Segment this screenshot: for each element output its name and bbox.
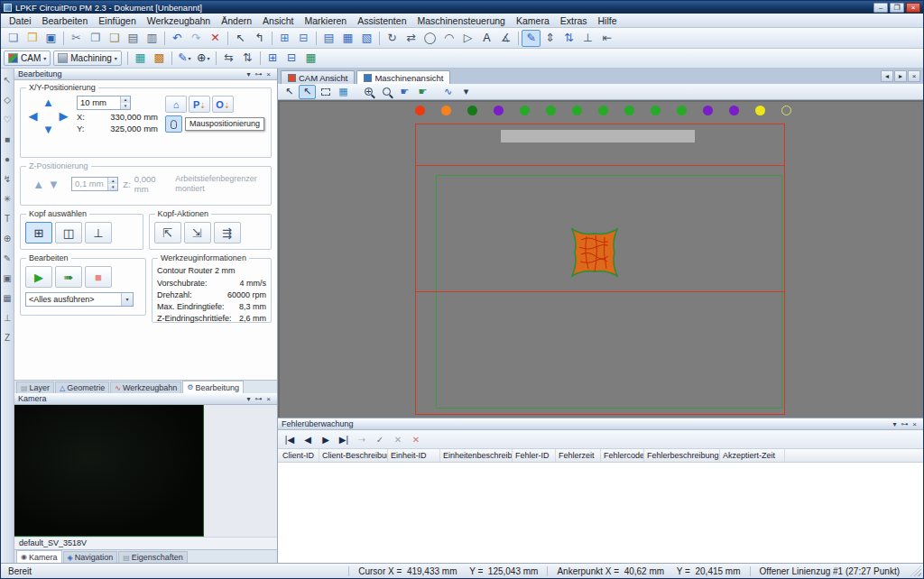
z-step-value[interactable]: 0,1 mm	[72, 178, 107, 190]
resize-grip[interactable]	[910, 565, 921, 576]
new-document-icon[interactable]: ❏	[4, 30, 23, 47]
spline-tool-icon[interactable]: ♡	[2, 114, 14, 125]
select-mode-icon[interactable]: ↖	[231, 30, 250, 47]
open-project-icon[interactable]: ❒	[23, 30, 42, 47]
last-error-button[interactable]: ▶|	[336, 432, 352, 447]
close-button[interactable]: ×	[906, 3, 920, 13]
technology-dialog-icon[interactable]: ▦	[131, 50, 150, 67]
scroll-tabs-right-button[interactable]: ▸	[894, 70, 907, 82]
zoom-in-icon[interactable]: +	[360, 85, 377, 99]
jog-right-button[interactable]: ▶	[56, 109, 71, 123]
stop-process-button[interactable]: ■	[85, 266, 112, 288]
jog-down-button[interactable]: ▼	[41, 123, 56, 136]
spline-edit-icon[interactable]: ∿	[439, 85, 457, 99]
scroll-tabs-left-button[interactable]: ◂	[881, 70, 893, 82]
move-home-button[interactable]: ⌂	[165, 96, 187, 113]
view-layers-icon[interactable]: ▦	[335, 85, 352, 99]
menu-assistenten[interactable]: Assistenten	[353, 14, 411, 27]
start-process-button[interactable]: ▶	[25, 266, 52, 288]
error-column-header[interactable]: Einheitenbeschreibung	[440, 449, 513, 462]
tab-werkzeugbahn[interactable]: ∿Werkzeugbahn	[110, 381, 181, 393]
jog-left-button[interactable]: ◀	[25, 109, 41, 123]
draw-line-icon[interactable]: ✎	[522, 30, 541, 47]
head-release-button[interactable]: ⇶	[214, 222, 241, 244]
menu-hilfe[interactable]: Hilfe	[593, 14, 621, 27]
menu-maschinensteuerung[interactable]: Maschinensteuerung	[412, 14, 509, 27]
cam-workflow-dropdown[interactable]: CAM ▾	[4, 51, 51, 66]
tab-navigation[interactable]: ◈Navigation	[63, 551, 118, 563]
pin-icon[interactable]: ⊶	[254, 70, 263, 78]
flash-tool-icon[interactable]: ↯	[2, 173, 14, 185]
delete-icon[interactable]: ✕	[206, 30, 225, 47]
menu-ansicht[interactable]: Ansicht	[258, 14, 298, 27]
rotate-icon[interactable]: ↻	[383, 30, 402, 47]
redo-icon[interactable]: ↷	[187, 30, 206, 47]
error-column-header[interactable]: Akzeptiert-Zeit	[720, 449, 785, 462]
spline-dropdown[interactable]: ▾	[457, 85, 475, 99]
tab-maschinenansicht[interactable]: Maschinenansicht	[356, 70, 450, 84]
confirm-error-button[interactable]: ✓	[372, 432, 388, 447]
xy-step-value[interactable]: 10 mm	[78, 96, 120, 109]
error-column-header[interactable]: Fehlercode	[601, 449, 644, 462]
menu-aendern[interactable]: Ändern	[217, 14, 256, 27]
print-icon[interactable]: ▤	[124, 30, 143, 47]
tab-bearbeitung[interactable]: ⚙Bearbeitung	[182, 381, 244, 393]
tab-layer[interactable]: ▤Layer	[16, 381, 54, 393]
marquee-select-icon[interactable]	[317, 85, 334, 99]
camera-view[interactable]	[14, 405, 204, 537]
head-to-position-button[interactable]: ⇲	[184, 222, 211, 244]
close-icon[interactable]: ×	[263, 70, 273, 78]
mirror-icon[interactable]: ⇄	[402, 30, 420, 47]
cut-icon[interactable]: ✂	[67, 30, 86, 47]
zoom-window-icon[interactable]	[378, 85, 395, 99]
panel-menu-icon[interactable]: ▾	[890, 420, 900, 428]
camera-panel-header[interactable]: Kamera ▾ ⊶ ×	[14, 393, 277, 405]
grid-settings-icon[interactable]: ⊞	[263, 50, 282, 67]
error-column-header[interactable]: Client-Beschreibung	[319, 449, 388, 462]
machining-workflow-dropdown[interactable]: Machining ▾	[53, 51, 122, 66]
circle-icon[interactable]: ◯	[420, 30, 439, 47]
tab-cam-ansicht[interactable]: CAM Ansicht	[281, 70, 355, 84]
import-icon[interactable]: ⊞	[275, 30, 294, 47]
rectangle-tool-icon[interactable]: ■	[2, 133, 14, 145]
export-icon[interactable]: ⊟	[294, 30, 313, 47]
zigzag-tool-icon[interactable]: Z	[2, 332, 14, 344]
align-objects-icon[interactable]: ▤	[319, 30, 338, 47]
drill-tool-icon[interactable]: ⊕	[2, 233, 14, 244]
copy-icon[interactable]: ❐	[86, 30, 105, 47]
camera-head-button[interactable]: ◫	[55, 222, 82, 244]
xy-step-spinner[interactable]: 10 mm ▴▾	[77, 96, 131, 110]
menu-markieren[interactable]: Markieren	[300, 14, 352, 27]
jog-z-down-button[interactable]: ▼	[48, 178, 60, 191]
error-column-header[interactable]: Fehlerbeschreibung	[644, 449, 720, 462]
pan-hand-icon[interactable]: ☛	[396, 85, 413, 99]
close-view-button[interactable]: ×	[908, 70, 920, 82]
measure-angle-icon[interactable]: ∡	[496, 30, 515, 47]
text-tool-icon[interactable]: T	[2, 213, 14, 225]
error-panel-header[interactable]: Fehlerüberwachung ▾ ⊶ ×	[278, 418, 923, 430]
arrange-objects-icon[interactable]: ▧	[357, 30, 376, 47]
polygon-tool-icon[interactable]: ◇	[2, 94, 14, 106]
menu-kamera[interactable]: Kamera	[512, 14, 554, 27]
footprint-tool-icon[interactable]: ▦	[2, 292, 14, 304]
menu-einfuegen[interactable]: Einfügen	[94, 14, 140, 27]
measure-y-icon[interactable]: ⇅	[238, 50, 257, 67]
panel-menu-icon[interactable]: ▾	[244, 395, 254, 403]
close-contour-icon[interactable]: ⇤	[597, 30, 616, 47]
pin-icon[interactable]: ⊶	[900, 420, 910, 428]
process-selection-button[interactable]: ➠	[55, 266, 82, 288]
menu-bearbeiten[interactable]: Bearbeiten	[38, 14, 93, 27]
star-tool-icon[interactable]: ✳	[2, 193, 14, 205]
zero-point-dropdown-icon[interactable]: ⊕	[194, 50, 213, 67]
jog-up-button[interactable]: ▲	[41, 96, 56, 109]
delete-error-button[interactable]: ✕	[408, 432, 424, 447]
jog-z-up-button[interactable]: ▲	[32, 178, 44, 191]
close-icon[interactable]: ×	[910, 420, 919, 428]
menu-datei[interactable]: Datei	[5, 14, 36, 27]
select-icon[interactable]: ↖	[299, 85, 316, 99]
save-icon[interactable]: ▣	[42, 30, 60, 47]
close-icon[interactable]: ×	[263, 395, 273, 403]
table-view-icon[interactable]: ▦	[301, 50, 320, 67]
tab-geometrie[interactable]: △Geometrie	[55, 381, 109, 393]
step-down-icon[interactable]: ▾	[108, 184, 117, 190]
